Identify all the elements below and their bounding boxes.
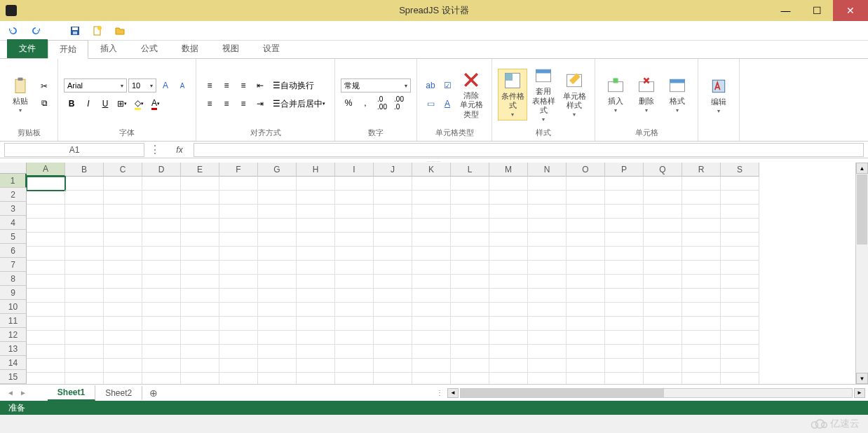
- cell[interactable]: [489, 345, 528, 359]
- decrease-font-icon[interactable]: A: [175, 78, 190, 93]
- cell[interactable]: [721, 205, 759, 219]
- table-style-button[interactable]: 套用 表格样式▾: [529, 64, 558, 124]
- cell[interactable]: [142, 331, 181, 345]
- cell[interactable]: [181, 289, 219, 303]
- cell[interactable]: [605, 205, 644, 219]
- cell[interactable]: [142, 233, 181, 247]
- cell[interactable]: [219, 191, 258, 205]
- comma-icon[interactable]: ,: [358, 95, 373, 111]
- number-format-combo[interactable]: 常规▾: [341, 78, 411, 92]
- cell[interactable]: [644, 317, 682, 331]
- scroll-up-icon[interactable]: ▲: [856, 163, 868, 174]
- cell[interactable]: [567, 233, 605, 247]
- cell[interactable]: [567, 317, 605, 331]
- cell[interactable]: [181, 345, 219, 359]
- cell[interactable]: [567, 359, 605, 373]
- cell[interactable]: [682, 191, 721, 205]
- column-header[interactable]: D: [142, 163, 181, 177]
- cell[interactable]: [104, 345, 142, 359]
- cell[interactable]: [374, 191, 412, 205]
- cell[interactable]: [219, 219, 258, 233]
- cell[interactable]: [335, 275, 374, 289]
- italic-button[interactable]: I: [81, 96, 96, 111]
- cell[interactable]: [27, 191, 65, 205]
- cell[interactable]: [142, 247, 181, 261]
- cell[interactable]: [721, 219, 759, 233]
- cell[interactable]: [297, 191, 335, 205]
- cell[interactable]: [644, 359, 682, 373]
- column-header[interactable]: I: [335, 163, 374, 177]
- cell[interactable]: [412, 359, 451, 373]
- font-color-icon[interactable]: A▾: [148, 96, 163, 111]
- cell[interactable]: [258, 345, 297, 359]
- cell[interactable]: [567, 373, 605, 384]
- cell[interactable]: [104, 317, 142, 331]
- cell[interactable]: [374, 331, 412, 345]
- scroll-left-icon[interactable]: ◄: [447, 388, 459, 398]
- cell[interactable]: [528, 289, 567, 303]
- name-box[interactable]: A1: [4, 143, 144, 157]
- cell[interactable]: [567, 247, 605, 261]
- cell[interactable]: [605, 177, 644, 191]
- column-header[interactable]: G: [258, 163, 297, 177]
- cell[interactable]: [65, 177, 104, 191]
- cell[interactable]: [682, 275, 721, 289]
- cell[interactable]: [142, 345, 181, 359]
- cell[interactable]: [104, 359, 142, 373]
- cell[interactable]: [335, 261, 374, 275]
- cell[interactable]: [27, 275, 65, 289]
- cell[interactable]: [258, 205, 297, 219]
- cell[interactable]: [104, 247, 142, 261]
- cell[interactable]: [451, 205, 489, 219]
- cell[interactable]: [605, 359, 644, 373]
- row-header[interactable]: 5: [0, 230, 27, 244]
- cell[interactable]: [297, 317, 335, 331]
- cell[interactable]: [374, 205, 412, 219]
- sheet-nav-prev-icon[interactable]: ◄: [7, 389, 14, 397]
- cell[interactable]: [374, 359, 412, 373]
- cell[interactable]: [605, 331, 644, 345]
- column-header[interactable]: S: [721, 163, 759, 177]
- cell[interactable]: [489, 373, 528, 384]
- cell[interactable]: [605, 233, 644, 247]
- cell[interactable]: [258, 247, 297, 261]
- cell[interactable]: [219, 373, 258, 384]
- cell[interactable]: [721, 331, 759, 345]
- cell[interactable]: [65, 247, 104, 261]
- cell[interactable]: [219, 275, 258, 289]
- sheet-tab-2[interactable]: Sheet2: [95, 386, 142, 400]
- cell[interactable]: [528, 345, 567, 359]
- cell[interactable]: [605, 275, 644, 289]
- cell[interactable]: [721, 317, 759, 331]
- cell[interactable]: [297, 303, 335, 317]
- cell[interactable]: [142, 191, 181, 205]
- increase-font-icon[interactable]: A: [158, 78, 173, 93]
- cell[interactable]: [644, 303, 682, 317]
- cell[interactable]: [219, 233, 258, 247]
- cell[interactable]: [258, 261, 297, 275]
- celltype-button-icon[interactable]: ab: [423, 78, 438, 93]
- cell[interactable]: [567, 345, 605, 359]
- cell[interactable]: [219, 359, 258, 373]
- cell[interactable]: [567, 331, 605, 345]
- cell[interactable]: [27, 205, 65, 219]
- row-header[interactable]: 8: [0, 272, 27, 286]
- cell[interactable]: [104, 261, 142, 275]
- cell[interactable]: [181, 191, 219, 205]
- tab-insert[interactable]: 插入: [88, 39, 129, 58]
- tab-formula[interactable]: 公式: [129, 39, 170, 58]
- cell[interactable]: [528, 303, 567, 317]
- cell[interactable]: [335, 373, 374, 384]
- wrap-text-button[interactable]: ☰ 自动换行: [269, 78, 318, 93]
- cell[interactable]: [528, 205, 567, 219]
- cell[interactable]: [104, 233, 142, 247]
- cell[interactable]: [104, 373, 142, 384]
- column-header[interactable]: K: [412, 163, 451, 177]
- align-center-icon[interactable]: ≡: [219, 96, 234, 111]
- cell[interactable]: [374, 233, 412, 247]
- cell[interactable]: [142, 289, 181, 303]
- cell[interactable]: [65, 331, 104, 345]
- cell[interactable]: [489, 359, 528, 373]
- cell[interactable]: [27, 219, 65, 233]
- cell[interactable]: [258, 317, 297, 331]
